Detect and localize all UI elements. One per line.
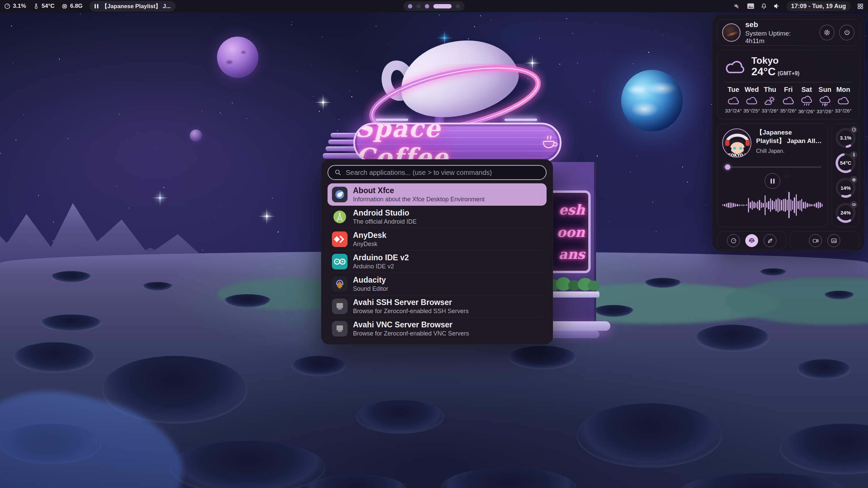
user-card: seb System Uptime: 4h11m xyxy=(717,19,860,46)
forecast-day-label: Wed xyxy=(745,86,759,94)
workspace-dot-active[interactable] xyxy=(433,4,452,8)
weather-temp: 24°C xyxy=(751,65,776,78)
forecast-day: Fri 35°/26° xyxy=(779,86,797,114)
app-description: AnyDesk xyxy=(353,241,386,248)
window-neon-text: esh xyxy=(559,202,585,218)
forecast-day-label: Thu xyxy=(764,86,776,94)
forecast-day-label: Sat xyxy=(801,86,812,94)
app-list-item[interactable]: Android Studio The official Android IDE xyxy=(328,206,547,228)
app-description: Browse for Zeroconf-enabled SSH Servers xyxy=(353,308,469,315)
forecast-temps: 33°/24° xyxy=(725,108,742,114)
app-list: About Xfce Information about the Xfce De… xyxy=(328,183,547,340)
forecast-temps: 36°/26° xyxy=(798,108,815,114)
giant-coffee-cup xyxy=(373,37,536,122)
app-description: The official Android IDE xyxy=(353,218,417,225)
sign-light xyxy=(505,119,537,121)
now-playing-pill[interactable]: 【Japanese Playlist】 J... xyxy=(90,1,176,12)
media-player-widget: TOKYO L 【Japanese Playlist】 Japan All Ni… xyxy=(717,123,828,227)
screen-record-button[interactable] xyxy=(809,234,822,247)
video-camera-icon xyxy=(812,237,819,244)
leaf-icon xyxy=(767,238,773,244)
workspace-dot-empty[interactable] xyxy=(416,4,421,8)
screenshot-button[interactable] xyxy=(827,234,840,247)
power-profile-group xyxy=(717,231,786,250)
tray-icon-1[interactable]: u c xyxy=(733,2,741,10)
seek-bar[interactable] xyxy=(724,166,821,168)
network-app-icon xyxy=(332,299,348,314)
workspace-dot-occupied[interactable] xyxy=(408,4,412,8)
arduino-app-icon xyxy=(332,254,348,269)
cpu-usage-indicator: 3.1% xyxy=(4,3,26,9)
app-grid-icon[interactable] xyxy=(857,3,864,10)
forecast-temps: 35°/25° xyxy=(743,108,760,114)
performance-profile-button[interactable] xyxy=(727,234,740,247)
forecast-day-label: Sun xyxy=(818,86,831,94)
balanced-profile-button[interactable] xyxy=(745,234,758,247)
weather-widget: Tokyo 24°C(GMT+9) Tue 33°/24°Wed 35°/25°… xyxy=(717,50,860,119)
memory-value: 6.8G xyxy=(70,3,83,9)
system-gauge: 14% xyxy=(835,177,856,199)
xfce-app-icon xyxy=(332,187,348,202)
scales-icon xyxy=(748,237,755,244)
audacity-app-icon xyxy=(332,276,348,292)
tray-wallpaper-icon[interactable] xyxy=(747,3,754,9)
forecast-day-label: Fri xyxy=(784,86,793,94)
clock[interactable]: 17:09 - Tue, 19 Aug xyxy=(786,1,851,11)
disk-icon xyxy=(850,201,857,208)
widget-panel: seb System Uptime: 4h11m Tokyo 24°C(GMT+… xyxy=(712,14,865,251)
app-description: Information about the Xfce Desktop Envir… xyxy=(353,196,485,203)
track-artist: Chill Japan. xyxy=(756,148,823,154)
power-button[interactable] xyxy=(839,25,854,40)
chip-icon xyxy=(850,176,857,183)
earth-planet xyxy=(621,70,683,131)
forecast-day: Thu 33°/26° xyxy=(761,86,779,114)
app-list-item[interactable]: Avahi SSH Server Browser Browse for Zero… xyxy=(328,295,547,318)
app-list-item[interactable]: AnyDesk AnyDesk xyxy=(328,228,547,250)
powersave-profile-button[interactable] xyxy=(764,234,776,247)
top-panel: 3.1% 54°C 6.8G 【Japanese Playlist】 J... … xyxy=(0,0,868,12)
weather-timezone: (GMT+9) xyxy=(778,70,800,76)
app-list-item[interactable]: Avahi VNC Server Browser Browse for Zero… xyxy=(328,318,547,340)
application-launcher: About Xfce Information about the Xfce De… xyxy=(321,159,553,345)
app-name: Avahi VNC Server Browser xyxy=(353,320,469,330)
album-art: TOKYO L xyxy=(722,128,751,158)
app-name: AnyDesk xyxy=(353,231,386,240)
memory-indicator: 6.8G xyxy=(61,3,83,9)
forecast-day: Mon 33°/26° xyxy=(834,86,852,114)
workspace-switcher[interactable] xyxy=(403,1,465,11)
play-pause-button[interactable] xyxy=(765,173,780,189)
seek-knob[interactable] xyxy=(725,164,730,170)
network-app-icon xyxy=(332,321,348,337)
app-list-item[interactable]: Arduino IDE v2 Arduino IDE v2 xyxy=(328,250,547,273)
svg-text:TOKYO L: TOKYO L xyxy=(728,153,747,158)
search-bar[interactable] xyxy=(328,165,547,180)
forecast-temps: 33°/26° xyxy=(762,108,778,114)
speed-icon xyxy=(850,126,857,134)
app-list-item[interactable]: About Xfce Information about the Xfce De… xyxy=(328,183,547,206)
small-moon xyxy=(190,129,202,142)
search-input[interactable] xyxy=(346,169,540,177)
system-stats-widget: 3.1% 54°C 14% 24% xyxy=(832,123,860,227)
weather-city: Tokyo xyxy=(751,56,800,65)
app-list-item[interactable]: Audacity Sound Editor xyxy=(328,273,547,295)
power-icon xyxy=(843,29,851,36)
volume-icon[interactable] xyxy=(773,3,780,9)
app-name: Audacity xyxy=(353,276,388,285)
settings-button[interactable] xyxy=(820,25,835,40)
workspace-dot-occupied[interactable] xyxy=(425,4,429,8)
shop-planter xyxy=(545,291,599,298)
forecast-day: Sat 36°/26° xyxy=(797,86,816,114)
app-name: Arduino IDE v2 xyxy=(353,253,409,263)
avatar xyxy=(722,23,741,42)
pause-icon xyxy=(770,178,775,184)
shop-plants xyxy=(547,277,598,293)
notifications-bell-icon[interactable] xyxy=(761,3,767,9)
workspace-dot-empty[interactable] xyxy=(456,4,460,8)
cpu-usage-value: 3.1% xyxy=(13,3,26,9)
audio-visualizer xyxy=(722,191,823,219)
window-neon-text: ans xyxy=(558,246,585,262)
track-title: 【Japanese Playlist】 Japan All Night - To… xyxy=(756,128,823,145)
temperature-indicator: 54°C xyxy=(33,3,55,9)
weather-forecast: Tue 33°/24°Wed 35°/25°Thu 33°/26°Fri 35°… xyxy=(724,86,852,114)
forecast-day-label: Mon xyxy=(836,86,850,94)
